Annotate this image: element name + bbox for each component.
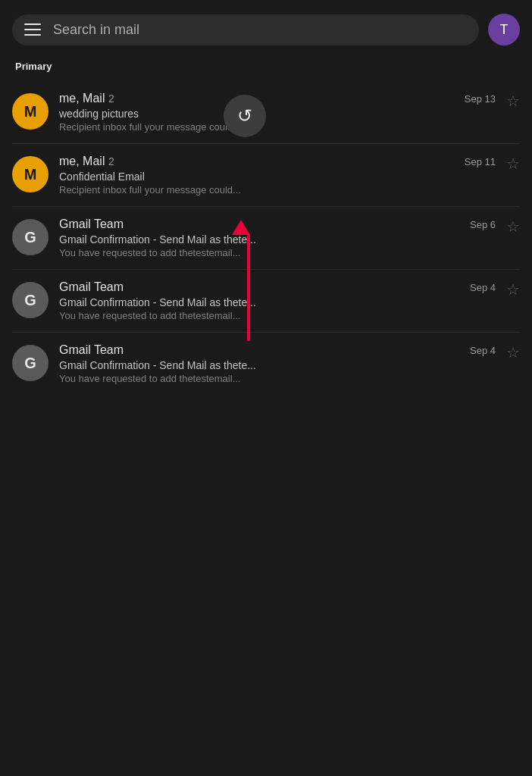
email-content-2: me, Mail 2 Sep 11 Confidential Email Rec… xyxy=(59,155,496,196)
star-icon-2[interactable]: ☆ xyxy=(506,155,520,173)
email-sender-3: Gmail Team xyxy=(59,217,124,231)
search-placeholder: Search in mail xyxy=(53,22,467,38)
email-subject-4: Gmail Confirmation - Send Mail as thete.… xyxy=(59,296,496,308)
email-header-row-5: Gmail Team Sep 4 xyxy=(59,343,496,357)
email-content-3: Gmail Team Sep 6 Gmail Confirmation - Se… xyxy=(59,217,496,258)
email-preview-4: You have requested to add thetestemail..… xyxy=(59,310,496,321)
sender-avatar-5: G xyxy=(12,345,49,381)
email-preview-5: You have requested to add thetestemail..… xyxy=(59,373,496,384)
email-subject-5: Gmail Confirmation - Send Mail as thete.… xyxy=(59,359,496,371)
sender-avatar-2: M xyxy=(12,156,49,192)
email-item-5[interactable]: G Gmail Team Sep 4 Gmail Confirmation - … xyxy=(0,333,532,395)
section-label: Primary xyxy=(0,55,532,81)
app-container: Search in mail T Primary M me, Mail 2 Se… xyxy=(0,0,532,395)
header: Search in mail T xyxy=(0,0,532,55)
star-icon-4[interactable]: ☆ xyxy=(506,280,520,299)
email-sender-1: me, Mail 2 xyxy=(59,92,114,105)
email-right-1: ☆ xyxy=(506,92,520,110)
email-date-3: Sep 6 xyxy=(470,219,496,230)
hamburger-menu-button[interactable] xyxy=(24,23,41,36)
search-bar[interactable]: Search in mail xyxy=(12,14,479,45)
sender-avatar-4: G xyxy=(12,282,49,318)
email-right-5: ☆ xyxy=(506,343,520,361)
email-preview-1: Recipient inbox full your message could.… xyxy=(59,121,496,133)
user-avatar[interactable]: T xyxy=(488,14,520,45)
email-content-1: me, Mail 2 Sep 13 wedding pictures Recip… xyxy=(59,92,496,133)
email-preview-2: Recipient inbox full your message could.… xyxy=(59,184,496,196)
email-date-5: Sep 4 xyxy=(470,345,496,356)
email-header-row-4: Gmail Team Sep 4 xyxy=(59,280,496,294)
email-right-4: ☆ xyxy=(506,280,520,299)
email-subject-1: wedding pictures xyxy=(59,108,496,120)
email-sender-2: me, Mail 2 xyxy=(59,155,114,168)
email-subject-2: Confidential Email xyxy=(59,171,496,183)
email-sender-4: Gmail Team xyxy=(59,280,124,294)
email-content-4: Gmail Team Sep 4 Gmail Confirmation - Se… xyxy=(59,280,496,321)
email-subject-3: Gmail Confirmation - Send Mail as thete.… xyxy=(59,233,496,246)
star-icon-1[interactable]: ☆ xyxy=(506,92,520,110)
email-item-4[interactable]: G Gmail Team Sep 4 Gmail Confirmation - … xyxy=(0,270,532,332)
email-date-2: Sep 11 xyxy=(465,156,496,167)
email-date-1: Sep 13 xyxy=(465,93,496,105)
sender-avatar-1: M xyxy=(12,93,49,130)
email-item-3[interactable]: G Gmail Team Sep 6 Gmail Confirmation - … xyxy=(0,207,532,269)
email-header-row-1: me, Mail 2 Sep 13 xyxy=(59,92,496,105)
star-icon-3[interactable]: ☆ xyxy=(506,217,520,236)
email-header-row-3: Gmail Team Sep 6 xyxy=(59,217,496,231)
email-list: M me, Mail 2 Sep 13 wedding pictures Rec… xyxy=(0,81,532,395)
undo-icon: ↺ xyxy=(237,105,252,127)
email-sender-5: Gmail Team xyxy=(59,343,124,357)
email-right-3: ☆ xyxy=(506,217,520,236)
undo-button[interactable]: ↺ xyxy=(224,95,266,137)
email-item-2[interactable]: M me, Mail 2 Sep 11 Confidential Email R… xyxy=(0,144,532,206)
email-preview-3: You have requested to add thetestemail..… xyxy=(59,247,496,258)
email-date-4: Sep 4 xyxy=(470,282,496,293)
sender-avatar-3: G xyxy=(12,219,49,255)
email-right-2: ☆ xyxy=(506,155,520,173)
star-icon-5[interactable]: ☆ xyxy=(506,343,520,361)
email-item-1[interactable]: M me, Mail 2 Sep 13 wedding pictures Rec… xyxy=(0,81,532,143)
email-content-5: Gmail Team Sep 4 Gmail Confirmation - Se… xyxy=(59,343,496,384)
email-header-row-2: me, Mail 2 Sep 11 xyxy=(59,155,496,168)
